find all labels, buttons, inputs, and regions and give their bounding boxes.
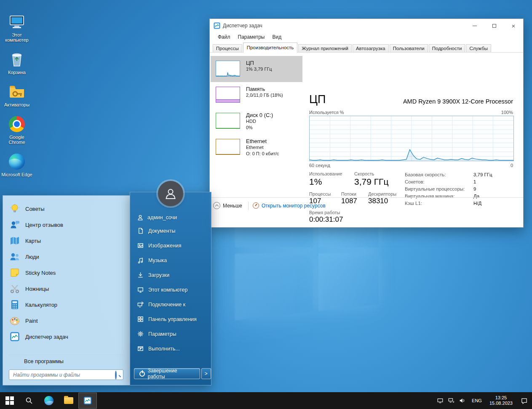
start-item-snipping-tool[interactable]: Ножницы — [3, 281, 130, 297]
start-button[interactable] — [0, 392, 19, 409]
desktop-icon-label: Microsoft Edge — [1, 172, 32, 177]
performance-sidebar: ЦП 1% 3,79 ГГц Память 2,0/11,0 ГБ (18%) … — [211, 56, 302, 160]
start-menu-right-panel: админ_сочи Документы Изображения Музыка … — [130, 192, 211, 385]
taskbar-search-button[interactable] — [19, 392, 39, 409]
desktop-icon-label: Этот компьютер — [1, 32, 32, 42]
desktop-icon-label: Активаторы — [4, 102, 29, 107]
chrome-icon — [8, 115, 26, 133]
task-manager-footer: Меньше Открыть монитор ресурсов — [210, 197, 523, 213]
desktop-icon-google-chrome[interactable]: Google Chrome — [1, 115, 33, 145]
menu-view[interactable]: Вид — [268, 33, 285, 41]
start-item-downloads[interactable]: Загрузки — [130, 268, 211, 282]
search-icon[interactable] — [115, 372, 121, 377]
desktop-icon-recycle-bin[interactable]: Корзина — [1, 50, 33, 75]
task-manager-icon — [83, 396, 92, 405]
start-item-sticky-notes[interactable]: Sticky Notes — [3, 265, 130, 281]
sidebar-memory-name: Память — [246, 86, 283, 92]
shutdown-button[interactable]: Завершение работы — [134, 368, 200, 379]
start-item-documents[interactable]: Документы — [130, 223, 211, 238]
sockets-value: 1 — [473, 179, 476, 184]
sidebar-item-ethernet[interactable]: Ethernet Ethernet О: 0 П: 0 кбит/с — [211, 134, 302, 160]
tab-app-history[interactable]: Журнал приложений — [298, 44, 352, 53]
graph-timespan-label: 60 секунд — [309, 163, 330, 168]
desktop-icon-this-pc[interactable]: Этот компьютер — [1, 13, 33, 42]
title-bar[interactable]: Диспетчер задач × — [210, 19, 523, 32]
documents-icon — [137, 227, 144, 234]
start-user-row[interactable]: админ_сочи — [130, 212, 211, 223]
tab-startup[interactable]: Автозагрузка — [353, 44, 389, 53]
open-resource-monitor-link[interactable]: Открыть монитор ресурсов — [253, 202, 326, 209]
start-item-settings[interactable]: Параметры — [130, 327, 211, 341]
cpu-usage-graph — [309, 116, 514, 161]
shutdown-options-arrow[interactable]: > — [201, 368, 211, 379]
all-programs-button[interactable]: Все программы — [3, 355, 130, 367]
start-item-task-manager[interactable]: Диспетчер задач — [3, 329, 130, 345]
menu-options[interactable]: Параметры — [234, 33, 269, 41]
sidebar-item-cpu[interactable]: ЦП 1% 3,79 ГГц — [211, 56, 302, 82]
chevron-up-icon — [213, 202, 220, 209]
start-item-paint[interactable]: Paint — [3, 313, 130, 329]
graph-usage-label: Используется % — [309, 110, 344, 115]
start-item-run[interactable]: Выполнить... — [130, 341, 211, 356]
task-manager-app-icon — [214, 22, 220, 29]
menu-file[interactable]: Файл — [214, 33, 234, 41]
tab-users[interactable]: Пользователи — [390, 44, 428, 53]
sidebar-cpu-detail: 1% 3,79 ГГц — [246, 66, 272, 72]
tab-strip: Процессы Производительность Журнал прило… — [210, 42, 523, 53]
sidebar-item-disk[interactable]: Диск 0 (C:) HDD 0% — [211, 108, 302, 134]
desktop-icon-activators[interactable]: Активаторы — [1, 82, 33, 107]
start-item-control-panel[interactable]: Панель управления — [130, 312, 211, 327]
start-item-connect-to[interactable]: Подключение к — [130, 297, 211, 312]
sidebar-item-memory[interactable]: Память 2,0/11,0 ГБ (18%) — [211, 82, 302, 108]
performance-pane: ЦП 1% 3,79 ГГц Память 2,0/11,0 ГБ (18%) … — [210, 53, 523, 213]
start-item-pictures[interactable]: Изображения — [130, 238, 211, 253]
sticky-notes-icon — [9, 267, 20, 279]
user-icon — [137, 214, 144, 221]
pictures-icon — [137, 242, 144, 249]
start-item-maps[interactable]: Карты — [3, 233, 130, 249]
taskbar-edge-button[interactable] — [39, 392, 59, 409]
clock-date: 15.08.2023 — [489, 401, 513, 406]
taskbar-clock[interactable]: 13:25 15.08.2023 — [486, 395, 516, 406]
fewer-details-button[interactable]: Меньше — [213, 202, 242, 209]
tab-performance[interactable]: Производительность — [243, 42, 298, 53]
language-indicator[interactable]: ENG — [468, 398, 486, 403]
scissors-icon — [9, 283, 20, 295]
usage-value: 1% — [309, 177, 354, 187]
maximize-button[interactable] — [484, 19, 504, 32]
tab-processes[interactable]: Процессы — [213, 44, 242, 53]
music-note-icon — [137, 257, 144, 264]
action-center-button[interactable] — [516, 392, 532, 409]
power-icon — [139, 371, 145, 377]
start-item-music[interactable]: Музыка — [130, 253, 211, 268]
tray-display-icon[interactable] — [435, 392, 446, 409]
sidebar-ethernet-adapter: Ethernet — [246, 144, 279, 151]
activators-folder-icon — [8, 82, 26, 101]
task-manager-icon — [9, 331, 20, 343]
tab-services[interactable]: Службы — [466, 44, 491, 53]
tab-details[interactable]: Подробности — [429, 44, 465, 53]
start-item-calculator[interactable]: Калькулятор — [3, 297, 130, 313]
taskbar-explorer-button[interactable] — [59, 392, 78, 409]
close-button[interactable]: × — [504, 19, 523, 32]
taskbar-task-manager-button[interactable] — [78, 393, 97, 409]
start-item-feedback-hub[interactable]: Центр отзывов — [3, 217, 130, 233]
graph-max-label: 100% — [501, 110, 513, 115]
user-avatar[interactable] — [158, 181, 183, 206]
start-item-this-pc[interactable]: Этот компьютер — [130, 282, 211, 297]
tray-volume-icon[interactable] — [457, 392, 468, 409]
system-tray: ENG 13:25 15.08.2023 — [435, 392, 532, 409]
start-search-input[interactable] — [9, 369, 123, 380]
sockets-label: Сокетов: — [405, 179, 473, 184]
speed-value: 3,79 ГГц — [354, 177, 388, 187]
desktop-icon-microsoft-edge[interactable]: Microsoft Edge — [1, 152, 33, 177]
desktop-icon-list: Этот компьютер Корзина Активаторы Google… — [1, 13, 33, 177]
tray-network-icon[interactable] — [446, 392, 457, 409]
footer-divider — [248, 202, 249, 210]
start-item-people[interactable]: Люди — [3, 249, 130, 265]
connect-icon — [137, 301, 144, 308]
cpu-mini-graph — [216, 61, 240, 77]
start-item-tips[interactable]: Советы — [3, 201, 130, 217]
feedback-hub-icon — [9, 219, 20, 231]
minimize-button[interactable] — [465, 19, 484, 32]
